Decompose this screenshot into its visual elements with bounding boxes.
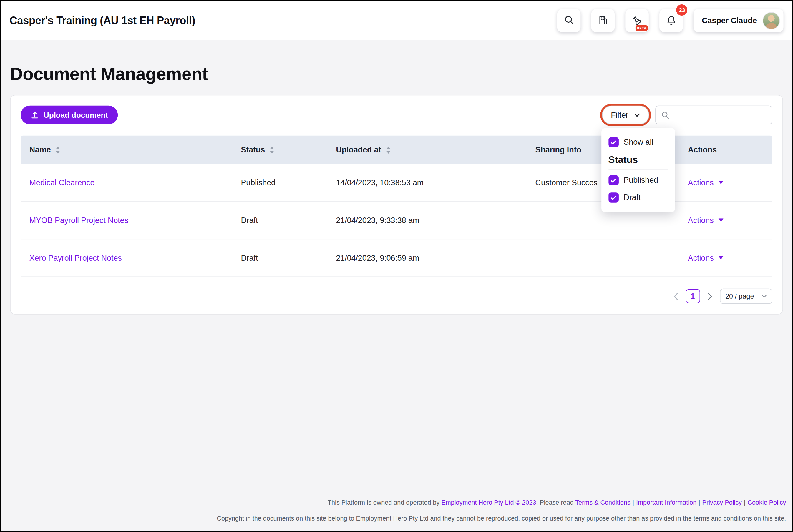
document-search-box[interactable]: [655, 106, 772, 125]
page-size-label: 20 / page: [725, 292, 754, 300]
footer-line-2: Copyright in the documents on this site …: [1, 515, 786, 522]
filter-dropdown-panel: Show all Status Published: [601, 128, 675, 212]
uploaded-at-cell: 21/04/2023, 9:06:59 am: [327, 253, 527, 263]
filter-button[interactable]: Filter: [602, 106, 649, 125]
previous-page-button[interactable]: [672, 291, 679, 301]
page-number-button[interactable]: 1: [685, 289, 700, 303]
status-cell: Draft: [232, 253, 327, 263]
document-link[interactable]: MYOB Payroll Project Notes: [30, 216, 128, 224]
footer-link-terms[interactable]: Terms & Conditions: [575, 499, 630, 506]
document-management-page: Casper's Training (AU 1st EH Payroll): [1, 1, 792, 531]
filter-button-label: Filter: [611, 110, 628, 119]
filter-option-label: Published: [623, 176, 658, 185]
footer-link-employment-hero[interactable]: Employment Hero Pty Ltd © 2023: [441, 499, 536, 506]
user-name: Casper Claude: [702, 16, 757, 25]
avatar: [763, 12, 780, 29]
beta-badge: BETA: [635, 25, 648, 31]
notification-count-badge: 23: [676, 4, 687, 15]
screenshot-frame: Casper's Training (AU 1st EH Payroll): [0, 0, 793, 532]
building-icon: [598, 14, 608, 26]
caret-down-icon: [718, 181, 723, 185]
row-actions-menu[interactable]: Actions: [688, 178, 772, 187]
chevron-down-icon: [634, 113, 640, 117]
upload-button-label: Upload document: [43, 111, 108, 119]
search-icon: [661, 111, 669, 119]
sort-icon: [385, 146, 391, 154]
footer-separator: |: [632, 499, 634, 506]
filter-option-label: Show all: [623, 138, 653, 147]
status-cell: Draft: [232, 216, 327, 225]
footer-line-1: This Platform is owned and operated by E…: [1, 499, 786, 506]
column-label: Actions: [688, 145, 717, 154]
row-actions-menu[interactable]: Actions: [688, 216, 772, 225]
topbar-actions: BETA 23 Casper Claude: [558, 9, 783, 32]
row-actions-menu[interactable]: Actions: [688, 253, 772, 263]
card-toolbar: Upload document Filter: [21, 106, 772, 125]
user-menu[interactable]: Casper Claude: [694, 9, 783, 32]
footer-separator: |: [699, 499, 700, 506]
search-icon: [564, 14, 574, 26]
actions-label: Actions: [688, 178, 714, 187]
beta-features-button[interactable]: BETA: [625, 9, 649, 32]
filter-option-published[interactable]: Published: [608, 172, 668, 189]
caret-down-icon: [718, 218, 723, 222]
filter-option-draft[interactable]: Draft: [608, 189, 668, 206]
chevron-down-icon: [761, 294, 767, 298]
table-row: Xero Payroll Project Notes Draft 21/04/2…: [21, 239, 772, 277]
next-page-button[interactable]: [706, 291, 713, 301]
footer-link-privacy-policy[interactable]: Privacy Policy: [702, 499, 742, 506]
document-link[interactable]: Medical Clearence: [30, 178, 95, 187]
organisation-switcher-button[interactable]: [591, 9, 615, 32]
main-content: Document Management Upload document Filt…: [1, 64, 792, 315]
documents-card: Upload document Filter: [10, 95, 783, 315]
footer-text: This Platform is owned and operated by: [328, 499, 441, 506]
footer-separator: |: [744, 499, 745, 506]
divider: [608, 169, 668, 170]
column-header-actions: Actions: [679, 145, 772, 154]
column-header-status[interactable]: Status: [232, 145, 327, 154]
document-search-input[interactable]: [674, 111, 767, 119]
chevron-left-icon: [674, 292, 678, 300]
uploaded-at-cell: 14/04/2023, 10:38:53 am: [327, 178, 527, 187]
page-title: Document Management: [10, 64, 783, 84]
sort-icon: [55, 146, 60, 154]
filter-option-label: Draft: [623, 193, 641, 202]
column-label: Sharing Info: [535, 145, 581, 154]
top-bar: Casper's Training (AU 1st EH Payroll): [1, 1, 792, 40]
footer-link-important-information[interactable]: Important Information: [636, 499, 696, 506]
chevron-right-icon: [707, 292, 712, 300]
footer-link-cookie-policy[interactable]: Cookie Policy: [748, 499, 786, 506]
column-header-uploaded-at[interactable]: Uploaded at: [327, 145, 527, 154]
footer-text: . Please read: [536, 499, 575, 506]
column-label: Status: [241, 145, 265, 154]
upload-document-button[interactable]: Upload document: [21, 106, 117, 125]
footer: This Platform is owned and operated by E…: [1, 499, 792, 522]
bell-icon: [666, 14, 676, 26]
uploaded-at-cell: 21/04/2023, 9:33:38 am: [327, 216, 527, 225]
page-size-select[interactable]: 20 / page: [720, 289, 772, 304]
upload-icon: [30, 111, 39, 119]
org-title: Casper's Training (AU 1st EH Payroll): [10, 14, 195, 26]
caret-down-icon: [718, 256, 723, 260]
column-label: Uploaded at: [336, 145, 381, 154]
filter-section-title: Status: [608, 154, 668, 166]
toolbar-right: Filter: [602, 106, 772, 125]
document-link[interactable]: Xero Payroll Project Notes: [30, 253, 122, 262]
pagination: 1 20 / page: [21, 289, 772, 304]
column-header-name[interactable]: Name: [21, 145, 232, 154]
checkbox-checked-icon[interactable]: [608, 137, 619, 147]
search-button[interactable]: [558, 9, 581, 32]
filter-option-show-all[interactable]: Show all: [608, 134, 668, 151]
actions-label: Actions: [688, 216, 714, 225]
checkbox-checked-icon[interactable]: [608, 175, 619, 186]
notifications-button[interactable]: 23: [660, 9, 683, 32]
sort-icon: [270, 146, 275, 154]
checkbox-checked-icon[interactable]: [608, 192, 619, 203]
column-label: Name: [30, 145, 51, 154]
status-cell: Published: [232, 178, 327, 187]
actions-label: Actions: [688, 253, 714, 263]
